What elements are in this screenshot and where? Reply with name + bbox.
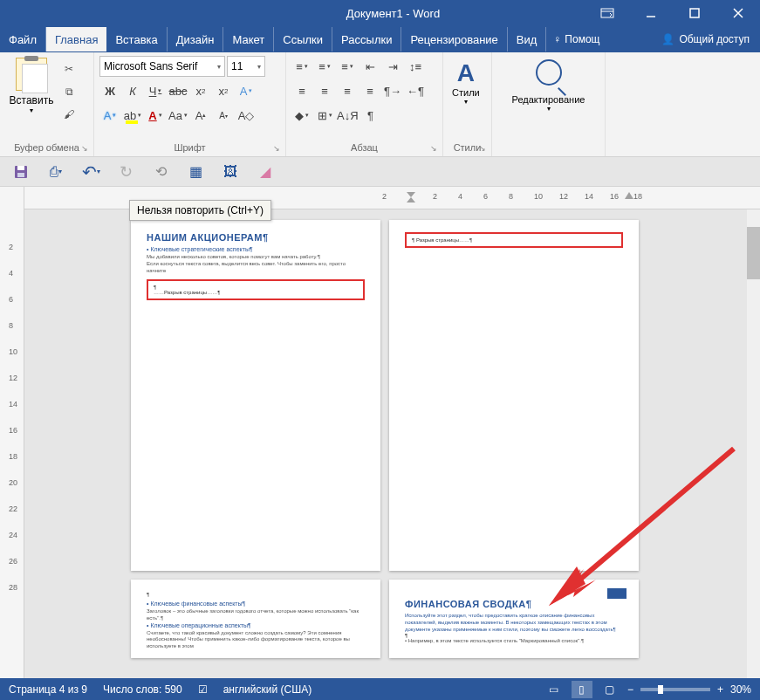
page-3[interactable]: ¶ • Ключевые финансовые аспекты¶ Заголов… bbox=[131, 580, 380, 658]
line-spacing-button[interactable]: ↕≡ bbox=[405, 56, 426, 77]
bold-button[interactable]: Ж bbox=[99, 80, 120, 101]
numbering-button[interactable]: ≡▾ bbox=[314, 56, 335, 77]
page3-sub1: • Ключевые финансовые аспекты¶ bbox=[147, 600, 365, 607]
share-button[interactable]: 👤Общий доступ bbox=[651, 28, 760, 51]
zoom-level[interactable]: 30% bbox=[730, 683, 751, 696]
web-layout-icon[interactable]: ▢ bbox=[599, 681, 620, 698]
read-mode-icon[interactable]: ▭ bbox=[544, 681, 565, 698]
page-1[interactable]: НАШИМ АКЦИОНЕРАМ¶ • Ключевые стратегичес… bbox=[131, 220, 380, 571]
bullets-button[interactable]: ≡▾ bbox=[291, 56, 312, 77]
redo-tooltip: Нельзя повторить (Ctrl+Y) bbox=[129, 200, 271, 221]
tab-insert[interactable]: Вставка bbox=[106, 27, 167, 51]
save-button[interactable] bbox=[9, 161, 33, 183]
indent-marker-icon[interactable] bbox=[407, 189, 415, 197]
subscript-button[interactable]: x2 bbox=[190, 80, 211, 101]
workspace: L 2 4 6 8 10 12 14 16 18 20 22 24 26 28 … bbox=[0, 187, 760, 678]
tab-mailings[interactable]: Рассылки bbox=[332, 27, 401, 51]
vertical-ruler[interactable]: 2 4 6 8 10 12 14 16 18 20 22 24 26 28 bbox=[0, 187, 24, 678]
ribbon-options-icon[interactable] bbox=[585, 0, 629, 26]
redo-button[interactable]: ↻ bbox=[113, 161, 138, 183]
font-size-combo[interactable]: 11▾ bbox=[227, 56, 265, 77]
tab-review[interactable]: Рецензирование bbox=[401, 27, 507, 51]
strikethrough-button[interactable]: abc bbox=[168, 80, 188, 101]
page-2[interactable]: ¶ Разрыв страницы……¶ bbox=[389, 220, 639, 571]
bulb-icon: ♀ bbox=[553, 33, 561, 45]
page1-subtitle: • Ключевые стратегические аспекты¶ bbox=[147, 246, 365, 252]
table-button[interactable]: ▦ bbox=[183, 161, 208, 183]
tab-design[interactable]: Дизайн bbox=[168, 27, 224, 51]
grow-font-button[interactable]: A▴ bbox=[190, 105, 211, 126]
page1-break-box: ¶……Разрыв страницы……¶ bbox=[147, 279, 365, 300]
group-editing: Редактирование ▾ bbox=[492, 52, 606, 156]
borders-button[interactable]: ⊞▾ bbox=[314, 105, 335, 126]
tab-home[interactable]: Главная bbox=[46, 27, 106, 51]
group-font: Microsoft Sans Serif▾ 11▾ Ж К Ч▾ abc x2 … bbox=[94, 52, 286, 156]
format-painter-icon[interactable]: 🖌 bbox=[59, 105, 79, 124]
cut-icon[interactable]: ✂ bbox=[59, 59, 79, 79]
font-color-button[interactable]: A▾ bbox=[145, 105, 166, 126]
maximize-icon[interactable] bbox=[673, 0, 716, 26]
status-language[interactable]: английский (США) bbox=[223, 683, 312, 696]
underline-button[interactable]: Ч▾ bbox=[145, 80, 166, 101]
refresh-button[interactable]: ⟲ bbox=[148, 161, 173, 183]
eraser-button[interactable]: ◢ bbox=[253, 161, 277, 183]
tell-me[interactable]: ♀Помощ bbox=[546, 28, 606, 51]
change-case-button[interactable]: Aa▾ bbox=[168, 105, 188, 126]
svg-rect-0 bbox=[601, 9, 613, 17]
shrink-font-button[interactable]: A▾ bbox=[213, 105, 234, 126]
share-icon: 👤 bbox=[661, 33, 674, 45]
font-launcher-icon[interactable]: ↘ bbox=[273, 144, 280, 153]
right-indent-marker-icon[interactable] bbox=[625, 189, 633, 197]
styles-button[interactable]: A Стили ▾ bbox=[448, 56, 483, 141]
clear-formatting-button[interactable]: A◇ bbox=[236, 105, 257, 126]
justify-button[interactable]: ≡ bbox=[359, 80, 380, 101]
superscript-button[interactable]: x2 bbox=[213, 80, 234, 101]
text-effects-button[interactable]: A▾ bbox=[236, 80, 257, 101]
editing-button[interactable]: Редактирование ▾ bbox=[497, 56, 599, 141]
find-icon bbox=[536, 59, 562, 86]
show-marks-button[interactable]: ¶ bbox=[360, 105, 381, 126]
text-effects2-button[interactable]: A▾ bbox=[99, 105, 120, 126]
clipboard-launcher-icon[interactable]: ↘ bbox=[81, 144, 88, 153]
tab-view[interactable]: Вид bbox=[508, 27, 547, 51]
decrease-indent-button[interactable]: ⇤ bbox=[359, 56, 380, 77]
tab-references[interactable]: Ссылки bbox=[274, 27, 332, 51]
align-right-button[interactable]: ≡ bbox=[337, 80, 358, 101]
spellcheck-icon[interactable]: ☑ bbox=[198, 683, 208, 696]
group-styles: A Стили ▾ Стили↘ bbox=[443, 52, 492, 156]
paragraph-launcher-icon[interactable]: ↘ bbox=[430, 144, 437, 153]
multilevel-button[interactable]: ≡▾ bbox=[337, 56, 358, 77]
copy-icon[interactable]: ⧉ bbox=[59, 82, 79, 101]
tab-file[interactable]: Файл bbox=[0, 27, 46, 51]
highlight-button[interactable]: ab▾ bbox=[122, 105, 143, 126]
vertical-scrollbar[interactable] bbox=[747, 209, 760, 678]
zoom-out-button[interactable]: − bbox=[627, 683, 633, 696]
title-bar: Документ1 - Word bbox=[0, 0, 760, 26]
status-words[interactable]: Число слов: 590 bbox=[103, 683, 182, 696]
page4-title: ФИНАНСОВАЯ СВОДКА¶ bbox=[405, 599, 623, 609]
minimize-icon[interactable] bbox=[629, 0, 673, 26]
close-icon[interactable] bbox=[716, 0, 760, 26]
font-name-combo[interactable]: Microsoft Sans Serif▾ bbox=[99, 56, 225, 77]
zoom-in-button[interactable]: + bbox=[717, 683, 723, 696]
picture-button[interactable]: 🖼 bbox=[218, 161, 243, 183]
quick-print-button[interactable]: ⎙▾ bbox=[44, 161, 68, 183]
paste-button[interactable]: Вставить ▾ bbox=[5, 56, 58, 141]
sort-button[interactable]: A↓Я bbox=[337, 105, 359, 126]
paste-icon bbox=[16, 58, 47, 91]
shading-button[interactable]: ◆▾ bbox=[291, 105, 312, 126]
increase-indent-button[interactable]: ⇥ bbox=[382, 56, 403, 77]
ltr-button[interactable]: ¶→ bbox=[382, 80, 403, 101]
print-layout-icon[interactable]: ▯ bbox=[572, 681, 592, 698]
rtl-button[interactable]: ←¶ bbox=[405, 80, 426, 101]
status-page[interactable]: Страница 4 из 9 bbox=[9, 683, 87, 696]
tab-layout[interactable]: Макет bbox=[223, 27, 274, 51]
align-center-button[interactable]: ≡ bbox=[314, 80, 335, 101]
align-left-button[interactable]: ≡ bbox=[291, 80, 312, 101]
page-4[interactable]: ФИНАНСОВАЯ СВОДКА¶ Используйте этот разд… bbox=[389, 580, 639, 658]
page2-break-box: ¶ Разрыв страницы……¶ bbox=[405, 232, 623, 248]
italic-button[interactable]: К bbox=[122, 80, 143, 101]
undo-button[interactable]: ↶▾ bbox=[79, 161, 103, 183]
styles-launcher-icon[interactable]: ↘ bbox=[479, 144, 486, 153]
zoom-slider[interactable] bbox=[640, 688, 710, 691]
